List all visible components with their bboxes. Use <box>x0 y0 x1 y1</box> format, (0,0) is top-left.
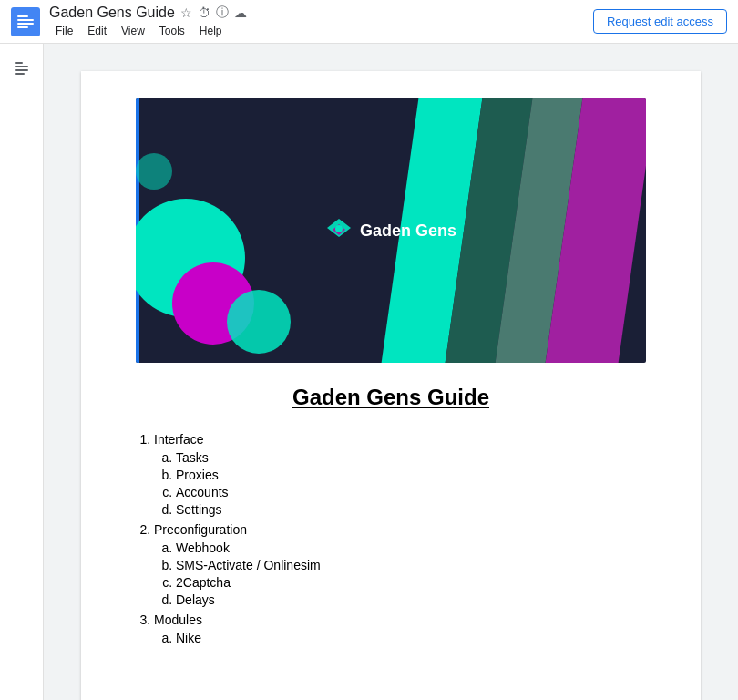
title-icons: ☆ ⏱ ⓘ ☁ <box>180 5 247 21</box>
left-sidebar <box>0 44 44 700</box>
outline-icon[interactable] <box>7 53 36 82</box>
list-item: Delays <box>176 592 646 607</box>
app-icon <box>11 7 40 36</box>
menu-edit[interactable]: Edit <box>81 23 113 39</box>
doc-area: Gaden Gens Gaden Gens Guide Interface Ta… <box>44 44 738 700</box>
circle-small <box>227 290 291 354</box>
svg-rect-5 <box>15 62 23 64</box>
toc-sub-list-1: Tasks Proxies Accounts Settings <box>154 450 646 517</box>
toc-item-1-label: Interface <box>154 432 203 447</box>
toc-item-3: Modules Nike <box>154 612 646 645</box>
star-icon[interactable]: ☆ <box>180 5 192 20</box>
request-edit-access-button[interactable]: Request edit access <box>593 9 727 34</box>
logo-text: Gaden Gens <box>360 221 456 241</box>
page: Gaden Gens Gaden Gens Guide Interface Ta… <box>81 71 701 700</box>
toc-list: Interface Tasks Proxies Accounts Setting… <box>136 432 646 645</box>
toc-item-2-label: Preconfiguration <box>154 522 247 537</box>
history-icon[interactable]: ⏱ <box>198 5 210 20</box>
doc-main-title: Gaden Gens Guide <box>136 385 646 410</box>
info-icon[interactable]: ⓘ <box>216 5 229 21</box>
list-item: SMS-Activate / Onlinesim <box>176 558 646 572</box>
list-item: Settings <box>176 502 646 517</box>
top-bar: Gaden Gens Guide ☆ ⏱ ⓘ ☁ File Edit View … <box>0 0 738 44</box>
svg-rect-4 <box>17 26 28 28</box>
main-layout: Gaden Gens Gaden Gens Guide Interface Ta… <box>0 44 738 700</box>
circle-tiny <box>136 153 172 190</box>
list-item: Proxies <box>176 468 646 482</box>
menu-file[interactable]: File <box>49 23 79 39</box>
doc-title: Gaden Gens Guide <box>49 5 175 21</box>
svg-point-11 <box>335 225 343 232</box>
banner-logo: Gaden Gens <box>325 217 456 244</box>
svg-rect-1 <box>17 15 28 17</box>
list-item: Nike <box>176 631 646 645</box>
svg-rect-8 <box>15 73 25 75</box>
list-item: 2Captcha <box>176 575 646 590</box>
toc-item-3-label: Modules <box>154 612 202 627</box>
list-item: Webhook <box>176 540 646 555</box>
toc-item-1: Interface Tasks Proxies Accounts Setting… <box>154 432 646 517</box>
menu-tools[interactable]: Tools <box>153 23 191 39</box>
logo-icon <box>325 217 353 244</box>
cloud-icon[interactable]: ☁ <box>234 5 247 20</box>
menu-view[interactable]: View <box>115 23 151 39</box>
toc-sub-list-2: Webhook SMS-Activate / Onlinesim 2Captch… <box>154 540 646 607</box>
doc-title-area: Gaden Gens Guide ☆ ⏱ ⓘ ☁ File Edit View … <box>49 5 584 39</box>
svg-rect-0 <box>11 7 40 36</box>
toc-item-2: Preconfiguration Webhook SMS-Activate / … <box>154 522 646 607</box>
svg-rect-7 <box>15 69 28 71</box>
toc-sub-list-3: Nike <box>154 631 646 645</box>
banner-image: Gaden Gens <box>136 98 646 363</box>
svg-rect-3 <box>17 23 34 25</box>
list-item: Tasks <box>176 450 646 465</box>
svg-rect-2 <box>17 19 34 21</box>
svg-rect-6 <box>15 66 28 67</box>
menu-help[interactable]: Help <box>193 23 229 39</box>
menu-bar: File Edit View Tools Help <box>49 23 584 39</box>
list-item: Accounts <box>176 485 646 499</box>
